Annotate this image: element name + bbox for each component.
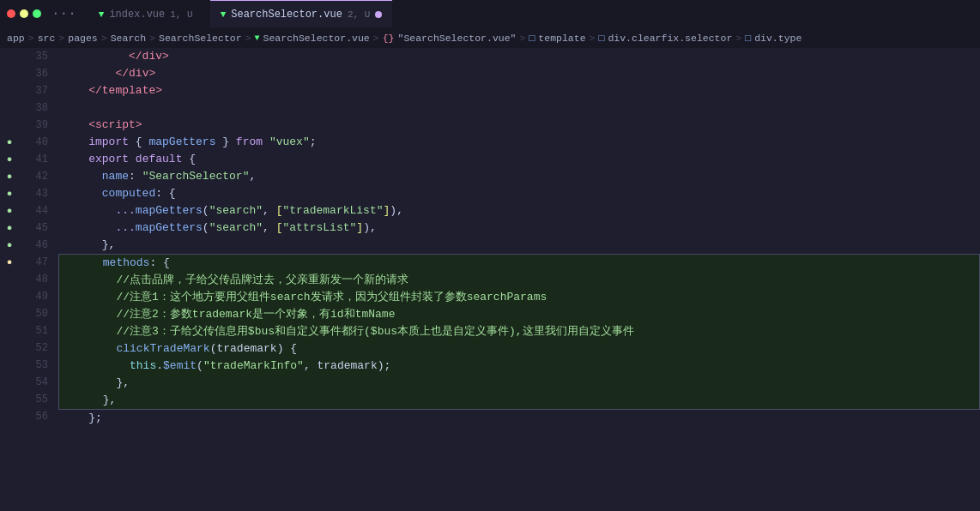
- ln-38: 38: [36, 99, 48, 117]
- methods-highlight-block: methods: { //点击品牌，子给父传品牌过去，父亲重新发一个新的请求 /…: [58, 254, 980, 410]
- bc-template[interactable]: template: [538, 33, 585, 44]
- bc-curly: {}: [383, 33, 395, 44]
- bc-sep-7: >: [520, 33, 526, 44]
- ln-41: 41: [36, 151, 48, 168]
- bc-sep-1: >: [28, 33, 34, 44]
- bc-sep-5: >: [245, 33, 251, 44]
- bc-sep-9: >: [735, 33, 741, 44]
- ln-49: 49: [36, 288, 48, 305]
- vue-icon-2: ▼: [221, 9, 227, 20]
- ln-39: 39: [36, 117, 48, 134]
- code-line-36: </div>: [62, 65, 980, 82]
- ln-51: 51: [36, 322, 48, 340]
- line-numbers: 35 36 37 38 39 40 41 42 43 44 45 46 47 4…: [19, 48, 55, 511]
- window-controls: [7, 9, 41, 18]
- code-line-37: </template>: [62, 82, 980, 99]
- bc-file[interactable]: SearchSelector.vue: [263, 33, 370, 44]
- bc-search-selector[interactable]: SearchSelector: [159, 33, 242, 44]
- gi-38: [0, 99, 19, 117]
- ln-45: 45: [36, 219, 48, 237]
- gi-37: [0, 82, 19, 99]
- bc-div-type[interactable]: div.type: [754, 33, 802, 44]
- bc-search[interactable]: Search: [111, 33, 146, 44]
- tab-index-badge: 1, U: [170, 9, 192, 20]
- gi-50: [0, 305, 19, 322]
- code-line-51: //注意3：子给父传信息用$bus和自定义事件都行($bus本质上也是自定义事件…: [63, 323, 979, 340]
- bc-sep-3: >: [101, 33, 107, 44]
- bc-vue-icon: ▼: [255, 33, 260, 43]
- bc-box-3: □: [745, 33, 751, 44]
- gi-35: [0, 48, 19, 65]
- code-line-50: //注意2：参数trademark是一个对象，有id和tmName: [63, 306, 979, 323]
- tab-search-selector-badge: 2, U: [348, 9, 370, 20]
- gi-55: [0, 391, 19, 408]
- bc-sep-6: >: [373, 33, 379, 44]
- code-line-39: <script>: [62, 117, 980, 134]
- bc-src[interactable]: src: [38, 33, 56, 44]
- more-icon[interactable]: ···: [51, 6, 76, 21]
- code-line-44: ...mapGetters("search", ["trademarkList"…: [62, 202, 980, 219]
- ln-50: 50: [36, 305, 48, 322]
- title-bar: ··· ▼ index.vue 1, U ▼ SearchSelector.vu…: [0, 0, 980, 27]
- code-line-53: this.$emit("tradeMarkInfo", trademark);: [63, 358, 979, 375]
- bc-box-1: □: [529, 33, 535, 44]
- editor: ● ● ● ● ● ● ● ● 35 36 37 38 39 40 41 42 …: [0, 48, 980, 511]
- bc-sep-2: >: [58, 33, 64, 44]
- bc-comp-name[interactable]: "SearchSelector.vue": [398, 33, 517, 44]
- code-line-49: //注意1：这个地方要用父组件search发请求，因为父组件封装了参数searc…: [63, 289, 979, 306]
- gi-43: ●: [0, 185, 19, 202]
- gi-44: ●: [0, 202, 19, 219]
- code-area: </div> </div> </template> <script> impor…: [55, 48, 980, 511]
- gi-40: ●: [0, 134, 19, 151]
- code-line-47: methods: {: [63, 255, 979, 272]
- gi-42: ●: [0, 168, 19, 185]
- gi-47: ●: [0, 254, 19, 271]
- gi-46: ●: [0, 237, 19, 254]
- code-line-48: //点击品牌，子给父传品牌过去，父亲重新发一个新的请求: [63, 272, 979, 289]
- maximize-dot[interactable]: [33, 9, 41, 18]
- ln-55: 55: [36, 391, 48, 408]
- gi-52: [0, 340, 19, 357]
- ln-44: 44: [36, 202, 48, 219]
- gi-49: [0, 288, 19, 305]
- ln-40: 40: [36, 134, 48, 151]
- code-line-42: name: "SearchSelector",: [62, 168, 980, 185]
- gi-56: [0, 408, 19, 425]
- bc-div-clearfix[interactable]: div.clearfix.selector: [608, 33, 732, 44]
- code-line-41: export default {: [62, 151, 980, 168]
- gi-45: ●: [0, 219, 19, 237]
- gutter: ● ● ● ● ● ● ● ●: [0, 48, 19, 511]
- bc-pages[interactable]: pages: [68, 33, 98, 44]
- ln-54: 54: [36, 374, 48, 391]
- code-line-38: [62, 99, 980, 117]
- tab-modified-indicator: [375, 11, 382, 18]
- ln-35: 35: [36, 48, 48, 65]
- ln-42: 42: [36, 168, 48, 185]
- ln-53: 53: [36, 357, 48, 374]
- gi-41: ●: [0, 151, 19, 168]
- code-line-45: ...mapGetters("search", ["attrsList"]),: [62, 219, 980, 237]
- vue-icon: ▼: [99, 9, 105, 20]
- gi-53: [0, 357, 19, 374]
- code-line-43: computed: {: [62, 185, 980, 202]
- code-line-52: clickTradeMark(trademark) {: [63, 340, 979, 358]
- ln-52: 52: [36, 340, 48, 357]
- bc-sep-4: >: [149, 33, 155, 44]
- code-line-40: import { mapGetters } from "vuex";: [62, 134, 980, 151]
- code-line-54: },: [63, 375, 979, 392]
- close-dot[interactable]: [7, 9, 15, 18]
- ln-37: 37: [36, 82, 48, 99]
- ln-43: 43: [36, 185, 48, 202]
- tab-search-selector[interactable]: ▼ SearchSelector.vue 2, U: [210, 0, 393, 27]
- code-line-46: },: [62, 237, 980, 254]
- gi-36: [0, 65, 19, 82]
- bc-app[interactable]: app: [7, 33, 25, 44]
- ln-56: 56: [36, 408, 48, 425]
- minimize-dot[interactable]: [20, 9, 28, 18]
- tab-index-vue[interactable]: ▼ index.vue 1, U: [88, 0, 203, 27]
- gi-54: [0, 374, 19, 391]
- gi-48: [0, 271, 19, 288]
- ln-48: 48: [36, 271, 48, 288]
- code-line-56: };: [62, 410, 980, 427]
- code-line-35: </div>: [62, 48, 980, 65]
